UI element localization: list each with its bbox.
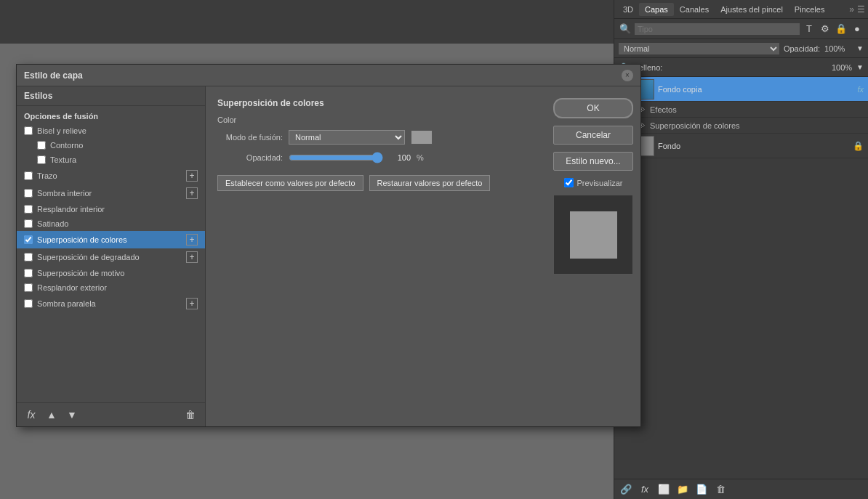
preview-box [553, 195, 633, 275]
dialog-main-content: Superposición de colores Color Modo de f… [206, 86, 546, 426]
superposicion-degradado-add-btn[interactable]: + [186, 251, 198, 263]
superposicion-degradado-label: Superposición de degradado [37, 253, 140, 261]
sombra-interior-label: Sombra interior [37, 189, 92, 198]
sidebar-item-opciones-fusion[interactable]: Opciones de fusión [17, 109, 205, 123]
section-title: Superposición de colores [217, 98, 534, 108]
resplandor-interior-label: Resplandor interior [37, 205, 105, 214]
sidebar-item-resplandor-interior[interactable]: Resplandor interior [17, 202, 205, 216]
new-style-button[interactable]: Estilo nuevo... [553, 152, 633, 171]
superposicion-degradado-checkbox[interactable] [24, 253, 33, 261]
fusion-mode-select[interactable]: Normal Disolver Oscurecer [289, 130, 405, 145]
superposicion-colores-add-btn[interactable]: + [186, 234, 198, 246]
opacity-field-value: 100 [389, 153, 411, 162]
contorno-label: Contorno [50, 141, 83, 150]
dialog-close-button[interactable]: × [622, 70, 633, 81]
trazo-label: Trazo [37, 171, 57, 180]
color-swatch[interactable] [411, 130, 433, 145]
sidebar-item-superposicion-motivo[interactable]: Superposición de motivo [17, 266, 205, 280]
preview-checkbox[interactable] [564, 178, 574, 187]
set-default-btn[interactable]: Establecer como valores por defecto [217, 175, 363, 191]
sidebar-bottom: fx ▲ ▼ 🗑 [17, 402, 205, 426]
superposicion-motivo-label: Superposición de motivo [37, 269, 124, 277]
opciones-label: Opciones de fusión [24, 112, 98, 121]
preview-row: Previsualizar [564, 178, 623, 187]
sidebar-styles-header: Estilos [17, 86, 205, 106]
sidebar-item-sombra-interior[interactable]: Sombra interior + [17, 184, 205, 202]
textura-checkbox[interactable] [37, 155, 46, 164]
sidebar-item-superposicion-degradado[interactable]: Superposición de degradado + [17, 248, 205, 266]
trazo-add-btn[interactable]: + [186, 170, 198, 182]
sidebar-delete-icon[interactable]: 🗑 [183, 407, 198, 422]
resplandor-interior-checkbox[interactable] [24, 205, 33, 214]
sombra-paralela-label: Sombra paralela [37, 299, 96, 308]
fusion-mode-row: Modo de fusión: Normal Disolver Oscurece… [217, 130, 534, 145]
dialog-overlay: Estilo de capa × Estilos Opciones de fus… [0, 0, 868, 499]
sidebar-up-icon[interactable]: ▲ [44, 407, 59, 422]
sombra-paralela-checkbox[interactable] [24, 299, 33, 308]
sidebar-list: Opciones de fusión Bisel y relieve Conto… [17, 106, 205, 402]
restore-default-btn[interactable]: Restaurar valores por defecto [369, 175, 491, 191]
preview-inner-square [570, 211, 617, 259]
layer-style-dialog: Estilo de capa × Estilos Opciones de fus… [16, 64, 641, 427]
dialog-title: Estilo de capa [24, 70, 622, 81]
trazo-checkbox[interactable] [24, 171, 33, 180]
resplandor-exterior-checkbox[interactable] [24, 283, 33, 292]
sombra-interior-checkbox[interactable] [24, 189, 33, 198]
dialog-sidebar: Estilos Opciones de fusión Bisel y relie… [17, 86, 206, 426]
sidebar-item-satinado[interactable]: Satinado [17, 216, 205, 231]
cancel-button[interactable]: Cancelar [553, 126, 633, 145]
resplandor-exterior-label: Resplandor exterior [37, 283, 107, 292]
dialog-action-btn-row: Establecer como valores por defecto Rest… [217, 175, 534, 191]
sombra-paralela-add-btn[interactable]: + [186, 298, 198, 309]
bisel-label: Bisel y relieve [37, 126, 87, 135]
superposicion-colores-checkbox[interactable] [24, 235, 33, 244]
sidebar-item-contorno[interactable]: Contorno [17, 138, 205, 153]
preview-label: Previsualizar [577, 179, 623, 187]
opacity-pct-label: % [417, 153, 424, 162]
sidebar-item-superposicion-colores[interactable]: Superposición de colores + [17, 231, 205, 248]
ok-button[interactable]: OK [553, 98, 633, 118]
sombra-interior-add-btn[interactable]: + [186, 187, 198, 199]
opacity-field-label: Opacidad: [217, 153, 283, 162]
dialog-body: Estilos Opciones de fusión Bisel y relie… [17, 86, 640, 426]
sidebar-fx-icon[interactable]: fx [24, 407, 39, 422]
sidebar-down-icon[interactable]: ▼ [65, 407, 79, 422]
textura-label: Textura [50, 155, 76, 164]
sidebar-item-textura[interactable]: Textura [17, 153, 205, 167]
dialog-titlebar: Estilo de capa × [17, 65, 640, 86]
sidebar-item-sombra-paralela[interactable]: Sombra paralela + [17, 295, 205, 312]
satinado-label: Satinado [37, 219, 68, 228]
superposicion-colores-label: Superposición de colores [37, 235, 127, 244]
sidebar-item-bisel[interactable]: Bisel y relieve [17, 123, 205, 138]
sidebar-item-resplandor-exterior[interactable]: Resplandor exterior [17, 280, 205, 295]
dialog-right-panel: OK Cancelar Estilo nuevo... Previsualiza… [546, 86, 640, 426]
fusion-mode-label: Modo de fusión: [217, 133, 283, 142]
sidebar-item-trazo[interactable]: Trazo + [17, 167, 205, 184]
opacity-row: Opacidad: 100 % [217, 152, 534, 163]
superposicion-motivo-checkbox[interactable] [24, 269, 33, 277]
color-sub-label: Color [217, 115, 534, 124]
satinado-checkbox[interactable] [24, 219, 33, 228]
opacity-slider[interactable] [289, 152, 383, 163]
contorno-checkbox[interactable] [37, 141, 46, 150]
bisel-checkbox[interactable] [24, 126, 33, 135]
